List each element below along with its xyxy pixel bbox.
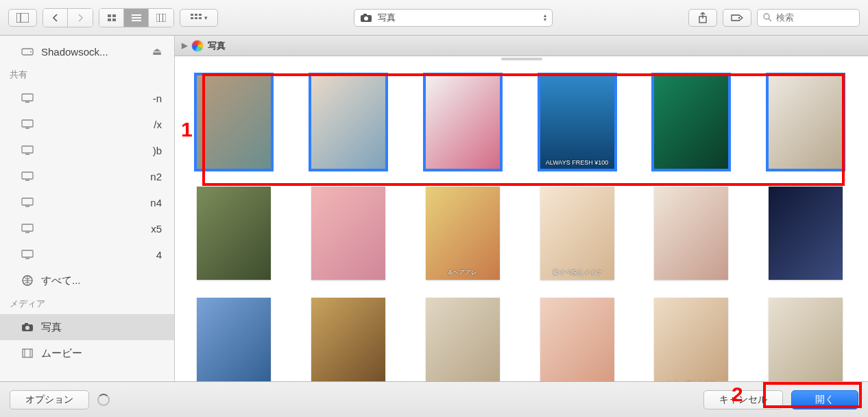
sidebar-shared-item[interactable]: n4 — [0, 189, 174, 215]
thumbnail-item[interactable]: ALWAYS FRESH ¥100 — [540, 75, 614, 169]
svg-rect-17 — [199, 17, 202, 19]
cancel-button[interactable]: キャンセル — [703, 390, 783, 409]
svg-rect-13 — [195, 14, 197, 16]
tags-button[interactable] — [723, 9, 751, 27]
svg-rect-2 — [108, 14, 111, 17]
svg-point-27 — [30, 51, 32, 53]
disclosure-triangle-icon[interactable]: ▶ — [182, 41, 187, 50]
list-view-button[interactable] — [124, 9, 149, 27]
content-area: ▶ 写真 ALWAYS FRESH ¥100&ヘアアレ夏イベ映えメイクSPEED… — [175, 36, 868, 381]
monitor-icon — [21, 223, 34, 234]
media-header: メディア — [0, 294, 174, 314]
thumbnail-caption: ALWAYS FRESH ¥100 — [540, 159, 614, 166]
svg-rect-3 — [112, 14, 116, 17]
camera-icon — [21, 322, 34, 333]
disk-icon — [21, 46, 34, 57]
thumbnail-item[interactable]: カジュアルなのに — [654, 298, 728, 381]
thumbnail-item[interactable] — [426, 75, 500, 169]
sidebar-photos-item[interactable]: 写真 — [0, 314, 174, 340]
path-bar: ▶ 写真 — [175, 36, 868, 56]
shared-header: 共有 — [0, 64, 174, 85]
thumbnail-item[interactable] — [311, 187, 385, 280]
svg-rect-15 — [191, 17, 193, 19]
svg-point-24 — [764, 14, 769, 19]
thumbnail-item[interactable] — [311, 75, 385, 169]
monitor-icon — [21, 171, 34, 182]
sidebar-shared-item[interactable]: /x — [0, 111, 174, 137]
sidebar: Shadowsock... ⏏ 共有 -n /x )b n2 n4 x5 4 す… — [0, 36, 175, 381]
column-view-button[interactable] — [149, 9, 173, 27]
svg-rect-28 — [22, 94, 33, 101]
thumbnail-item[interactable] — [769, 298, 843, 381]
svg-rect-30 — [22, 120, 33, 127]
sidebar-shared-item[interactable]: 4 — [0, 241, 174, 267]
icon-view-button[interactable] — [99, 9, 124, 27]
svg-line-25 — [769, 19, 771, 21]
sidebar-movies-item[interactable]: ムービー — [0, 340, 174, 366]
svg-rect-9 — [156, 14, 166, 22]
svg-rect-12 — [191, 14, 193, 16]
spinner-icon — [97, 394, 110, 406]
svg-point-20 — [364, 16, 368, 21]
svg-point-23 — [738, 16, 740, 18]
thumbnail-item[interactable] — [654, 75, 728, 169]
film-icon — [21, 348, 34, 359]
thumbnail-item[interactable] — [426, 298, 500, 381]
sidebar-shared-item[interactable]: n2 — [0, 163, 174, 189]
back-button[interactable] — [43, 9, 68, 27]
sidebar-device-item[interactable]: Shadowsock... ⏏ — [0, 38, 174, 64]
sidebar-shared-item[interactable]: -n — [0, 85, 174, 111]
search-icon — [763, 13, 772, 22]
thumbnail-item[interactable] — [654, 187, 728, 280]
svg-rect-16 — [195, 17, 197, 19]
monitor-icon — [21, 197, 34, 208]
monitor-icon — [21, 145, 34, 156]
thumbnail-item[interactable] — [197, 187, 271, 280]
globe-icon — [21, 275, 34, 286]
sidebar-shared-item[interactable]: )b — [0, 137, 174, 163]
svg-rect-32 — [22, 146, 33, 153]
location-label: 写真 — [378, 12, 396, 24]
options-button[interactable]: オプション — [10, 390, 89, 409]
svg-rect-40 — [22, 250, 33, 257]
monitor-icon — [21, 93, 34, 104]
forward-button[interactable] — [68, 9, 93, 27]
monitor-icon — [21, 119, 34, 130]
svg-rect-46 — [23, 349, 32, 357]
share-button[interactable] — [688, 9, 717, 27]
sidebar-all-item[interactable]: すべて... — [0, 267, 174, 294]
footer: オプション キャンセル 開く — [0, 381, 868, 417]
svg-rect-4 — [108, 19, 111, 21]
thumbnail-item[interactable] — [311, 298, 385, 381]
svg-rect-36 — [22, 198, 33, 205]
thumbnail-caption: &ヘアアレ — [426, 268, 500, 277]
view-group — [99, 8, 174, 27]
camera-icon — [360, 13, 372, 23]
svg-rect-5 — [112, 19, 116, 21]
thumbnail-item[interactable] — [540, 298, 614, 381]
open-button[interactable]: 開く — [791, 390, 858, 409]
location-select[interactable]: 写真 ▴▾ — [354, 9, 553, 27]
svg-rect-19 — [363, 14, 367, 16]
photos-app-icon — [191, 40, 204, 52]
nav-group — [43, 8, 93, 27]
thumbnail-item[interactable]: SPEED LIMIT 45 — [197, 298, 271, 381]
thumbnail-item[interactable] — [769, 187, 843, 280]
svg-rect-44 — [25, 323, 28, 325]
sidebar-toggle-button[interactable] — [8, 9, 37, 27]
thumbnail-item[interactable] — [197, 75, 271, 169]
svg-rect-34 — [22, 172, 33, 179]
eject-icon[interactable]: ⏏ — [152, 45, 162, 58]
updown-icon: ▴▾ — [544, 14, 546, 22]
search-box[interactable] — [757, 9, 860, 27]
sidebar-shared-item[interactable]: x5 — [0, 215, 174, 241]
svg-rect-0 — [16, 13, 29, 23]
svg-rect-38 — [22, 224, 33, 231]
monitor-icon — [21, 249, 34, 260]
search-input[interactable] — [776, 12, 868, 23]
resize-handle[interactable] — [501, 58, 542, 60]
arrange-button[interactable]: ▾ — [180, 9, 218, 27]
thumbnail-item[interactable]: &ヘアアレ — [426, 187, 500, 280]
thumbnail-item[interactable]: 夏イベ映えメイク — [540, 187, 614, 280]
thumbnail-item[interactable] — [769, 75, 843, 169]
